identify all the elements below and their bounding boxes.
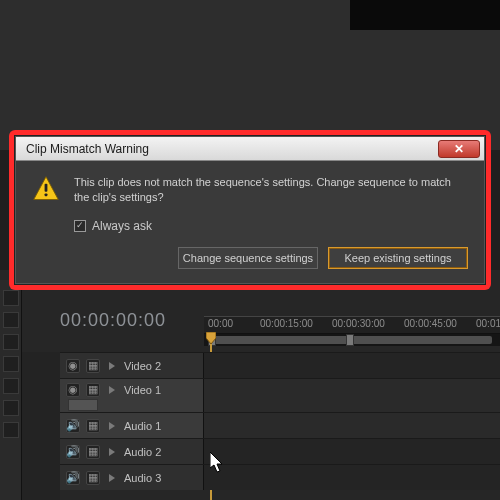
tool-strip <box>0 280 22 500</box>
track-video-2: ◉ ▦ Video 2 <box>60 352 500 378</box>
time-ruler[interactable]: 00:00 00:00:15:00 00:00:30:00 00:00:45:0… <box>204 316 500 334</box>
expand-icon[interactable] <box>109 362 115 370</box>
tutorial-highlight: Clip Mismatch Warning ✕ This clip does n… <box>9 130 491 290</box>
expand-icon[interactable] <box>109 386 115 394</box>
track-lane[interactable] <box>204 379 500 412</box>
svg-marker-0 <box>206 332 216 344</box>
ruler-tick: 00:00:45:00 <box>404 318 457 329</box>
always-ask-label: Always ask <box>92 219 152 233</box>
track-list: ◉ ▦ Video 2 ◉ ▦ Video 1 🔊 ▦ Audio 1 <box>60 352 500 490</box>
current-timecode[interactable]: 00:00:00:00 <box>60 310 166 331</box>
dialog-title: Clip Mismatch Warning <box>26 142 149 156</box>
tool-button[interactable] <box>3 400 19 416</box>
dialog-titlebar[interactable]: Clip Mismatch Warning ✕ <box>16 137 484 161</box>
speaker-icon[interactable]: 🔊 <box>66 471 80 485</box>
change-sequence-settings-button[interactable]: Change sequence settings <box>178 247 318 269</box>
speaker-icon[interactable]: 🔊 <box>66 445 80 459</box>
lock-icon[interactable]: ▦ <box>86 471 100 485</box>
always-ask-row[interactable]: Always ask <box>74 219 468 233</box>
tool-button[interactable] <box>3 378 19 394</box>
thumbnail-placeholder <box>68 399 98 411</box>
close-button[interactable]: ✕ <box>438 140 480 158</box>
close-icon: ✕ <box>454 142 464 156</box>
always-ask-checkbox[interactable] <box>74 220 86 232</box>
ruler-tick: 00:00 <box>208 318 233 329</box>
tool-button[interactable] <box>3 312 19 328</box>
warning-icon <box>32 175 60 203</box>
speaker-icon[interactable]: 🔊 <box>66 419 80 433</box>
track-lane[interactable] <box>204 353 500 378</box>
svg-rect-2 <box>45 184 48 192</box>
keep-existing-settings-button[interactable]: Keep existing settings <box>328 247 468 269</box>
eye-icon[interactable]: ◉ <box>66 383 80 397</box>
track-audio-3: 🔊 ▦ Audio 3 <box>60 464 500 490</box>
track-label: Video 1 <box>124 384 161 396</box>
ruler-tick: 00:00:15:00 <box>260 318 313 329</box>
tool-button[interactable] <box>3 422 19 438</box>
tool-button[interactable] <box>3 334 19 350</box>
work-area-bar[interactable] <box>204 334 500 346</box>
track-header[interactable]: ◉ ▦ Video 1 <box>60 379 204 412</box>
panel-top-dark <box>350 0 500 30</box>
track-label: Audio 1 <box>124 420 161 432</box>
lock-icon[interactable]: ▦ <box>86 445 100 459</box>
expand-icon[interactable] <box>109 448 115 456</box>
track-audio-2: 🔊 ▦ Audio 2 <box>60 438 500 464</box>
svg-rect-3 <box>45 193 48 196</box>
track-label: Audio 2 <box>124 446 161 458</box>
lock-icon[interactable]: ▦ <box>86 359 100 373</box>
clip-mismatch-dialog: Clip Mismatch Warning ✕ This clip does n… <box>15 136 485 284</box>
track-lane[interactable] <box>204 413 500 438</box>
eye-icon[interactable]: ◉ <box>66 359 80 373</box>
track-side-column <box>22 352 60 500</box>
dialog-body: This clip does not match the sequence's … <box>16 161 484 283</box>
track-label: Audio 3 <box>124 472 161 484</box>
track-video-1: ◉ ▦ Video 1 <box>60 378 500 412</box>
track-label: Video 2 <box>124 360 161 372</box>
track-header[interactable]: 🔊 ▦ Audio 3 <box>60 465 204 490</box>
dialog-message: This clip does not match the sequence's … <box>74 175 468 205</box>
track-header[interactable]: ◉ ▦ Video 2 <box>60 353 204 378</box>
tool-button[interactable] <box>3 356 19 372</box>
track-header[interactable]: 🔊 ▦ Audio 2 <box>60 439 204 464</box>
lock-icon[interactable]: ▦ <box>86 383 100 397</box>
lock-icon[interactable]: ▦ <box>86 419 100 433</box>
track-lane[interactable] <box>204 439 500 464</box>
track-audio-1: 🔊 ▦ Audio 1 <box>60 412 500 438</box>
work-area-handle-right[interactable] <box>346 334 354 346</box>
track-header[interactable]: 🔊 ▦ Audio 1 <box>60 413 204 438</box>
tool-button[interactable] <box>3 290 19 306</box>
track-lane[interactable] <box>204 465 500 490</box>
expand-icon[interactable] <box>109 422 115 430</box>
ruler-tick: 00:01 <box>476 318 500 329</box>
ruler-tick: 00:00:30:00 <box>332 318 385 329</box>
expand-icon[interactable] <box>109 474 115 482</box>
